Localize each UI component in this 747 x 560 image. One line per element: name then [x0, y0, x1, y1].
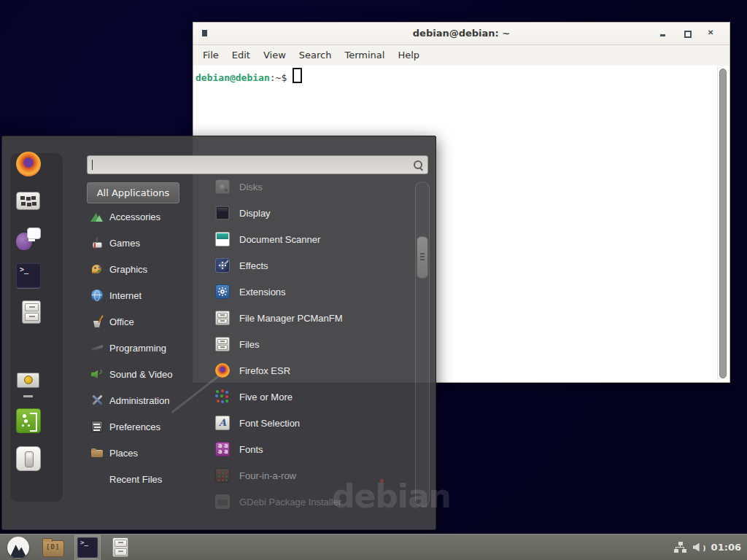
preferences-icon: [91, 421, 103, 432]
search-box: [87, 155, 428, 174]
applications-menu: debian All Applications AccessoriesGames…: [1, 136, 436, 530]
search-icon: [413, 160, 423, 170]
app-five-or-more[interactable]: Five or More: [212, 384, 409, 410]
category-administration[interactable]: Administration: [88, 387, 206, 413]
effects-icon: [215, 258, 230, 273]
terminal-menu-search[interactable]: Search: [293, 45, 338, 66]
prompt-user-host: debian@debian: [196, 72, 270, 83]
font-selection-icon: [215, 416, 230, 430]
terminal-menubar: FileEditViewSearchTerminalHelp: [193, 45, 729, 66]
maximize-button[interactable]: [682, 28, 692, 39]
sidebar-item-file-manager-shortcut[interactable]: [16, 300, 41, 325]
taskbar-file-manager-launcher[interactable]: [39, 535, 67, 560]
office-icon: [91, 316, 103, 327]
category-graphics[interactable]: Graphics: [88, 256, 206, 282]
category-accessories[interactable]: Accessories: [88, 203, 206, 230]
terminal-menu-view[interactable]: View: [257, 45, 293, 66]
text-caret: [92, 160, 93, 170]
sidebar-item-keyboard-shortcut[interactable]: [16, 189, 41, 214]
app-font-selection[interactable]: Font Selection: [212, 410, 409, 436]
app-disks[interactable]: Disks: [212, 174, 409, 200]
window-title: debian@debian: ~: [193, 23, 729, 44]
taskbar-launchers: [4, 534, 133, 560]
search-input[interactable]: [87, 155, 428, 174]
app-effects[interactable]: Effects: [212, 252, 409, 279]
app-file-manager-pcmanfm[interactable]: File Manager PCManFM: [212, 305, 409, 331]
app-firefox-esr[interactable]: Firefox ESR: [212, 357, 409, 384]
category-sound-video[interactable]: Sound & Video: [88, 361, 206, 387]
app-list-scrollbar-thumb[interactable]: [417, 236, 428, 279]
taskbar: 01:06: [0, 534, 747, 560]
clock[interactable]: 01:06: [711, 542, 741, 553]
app-list-scrollbar[interactable]: [415, 182, 430, 507]
terminal-icon: [16, 263, 41, 288]
terminal-titlebar[interactable]: debian@debian: ~: [193, 23, 729, 45]
terminal-cursor: [293, 68, 302, 83]
sidebar-favorites: [2, 152, 55, 325]
app-four-in-a-row[interactable]: Four-in-a-row: [212, 462, 409, 489]
extensions-icon: [215, 284, 230, 299]
sidebar-item-pidgin-shortcut[interactable]: [16, 226, 41, 251]
taskbar-tray: 01:06: [674, 542, 743, 553]
logout-icon: [16, 408, 41, 433]
places-icon: [91, 447, 103, 459]
files-icon: [215, 337, 230, 351]
sidebar-item-lock-screen[interactable]: [16, 370, 41, 395]
category-office[interactable]: Office: [88, 308, 206, 335]
document-scanner-icon: [215, 232, 230, 246]
sidebar-item-terminal-shortcut[interactable]: [16, 263, 41, 288]
all-applications-button[interactable]: All Applications: [87, 182, 179, 203]
category-programming[interactable]: Programming: [88, 335, 206, 361]
sidebar-item-logout[interactable]: [16, 408, 41, 433]
file-manager-icon: [215, 311, 230, 325]
app-display[interactable]: Display: [212, 200, 409, 226]
volume-icon[interactable]: [693, 542, 705, 553]
app-gdebi-package-installer[interactable]: GDebi Package Installer: [212, 489, 409, 515]
category-places[interactable]: Places: [88, 440, 206, 466]
firefox-app-icon: [215, 363, 230, 378]
graphics-icon: [91, 263, 103, 275]
desktop: debian@debian: ~ FileEditViewSearchTermi…: [0, 0, 747, 560]
fonts-icon: [215, 442, 230, 456]
firefox-icon: [16, 152, 41, 176]
terminal-menu-file[interactable]: File: [196, 45, 225, 66]
terminal-menu-terminal[interactable]: Terminal: [338, 45, 391, 66]
taskbar-menu-button[interactable]: [4, 535, 32, 560]
terminal-menu-help[interactable]: Help: [391, 45, 426, 66]
sidebar-item-shutdown[interactable]: [16, 446, 41, 471]
app-files[interactable]: Files: [212, 331, 409, 357]
internet-icon: [91, 289, 103, 301]
taskbar-cabinet-launcher[interactable]: [108, 535, 133, 560]
network-icon[interactable]: [674, 542, 686, 553]
category-list: AccessoriesGamesGraphicsInternetOfficePr…: [88, 203, 206, 492]
folder-icon: [42, 540, 64, 557]
application-list: DisksDisplayDocument ScannerEffectsExten…: [212, 174, 409, 515]
app-extensions[interactable]: Extensions: [212, 279, 409, 305]
category-internet[interactable]: Internet: [88, 282, 206, 308]
cabinet-icon: [22, 300, 41, 324]
sound-video-icon: [91, 368, 103, 380]
pidgin-icon: [16, 226, 41, 251]
category-preferences[interactable]: Preferences: [88, 413, 206, 440]
administration-icon: [91, 394, 103, 406]
lock-screen-icon: [16, 370, 41, 395]
sidebar-item-firefox-shortcut[interactable]: [16, 152, 41, 176]
terminal-scrollbar-thumb[interactable]: [719, 69, 727, 378]
keyboard-icon: [16, 189, 41, 214]
task-terminal-icon: [77, 537, 98, 558]
prompt-suffix: :~$: [270, 72, 287, 83]
terminal-prompt: debian@debian:~$: [196, 68, 302, 83]
five-or-more-icon: [215, 389, 230, 404]
shutdown-icon: [16, 446, 41, 471]
close-button[interactable]: [706, 28, 716, 39]
category-recent-files[interactable]: Recent Files: [88, 466, 206, 492]
app-fonts[interactable]: Fonts: [212, 436, 409, 462]
terminal-menu-edit[interactable]: Edit: [225, 45, 257, 66]
terminal-scrollbar[interactable]: [717, 67, 728, 380]
taskbar-terminal-task[interactable]: [74, 535, 101, 560]
programming-icon: [91, 342, 103, 354]
category-games[interactable]: Games: [88, 230, 206, 256]
start-icon: [7, 537, 29, 559]
app-document-scanner[interactable]: Document Scanner: [212, 226, 409, 252]
minimize-button[interactable]: [658, 28, 668, 39]
